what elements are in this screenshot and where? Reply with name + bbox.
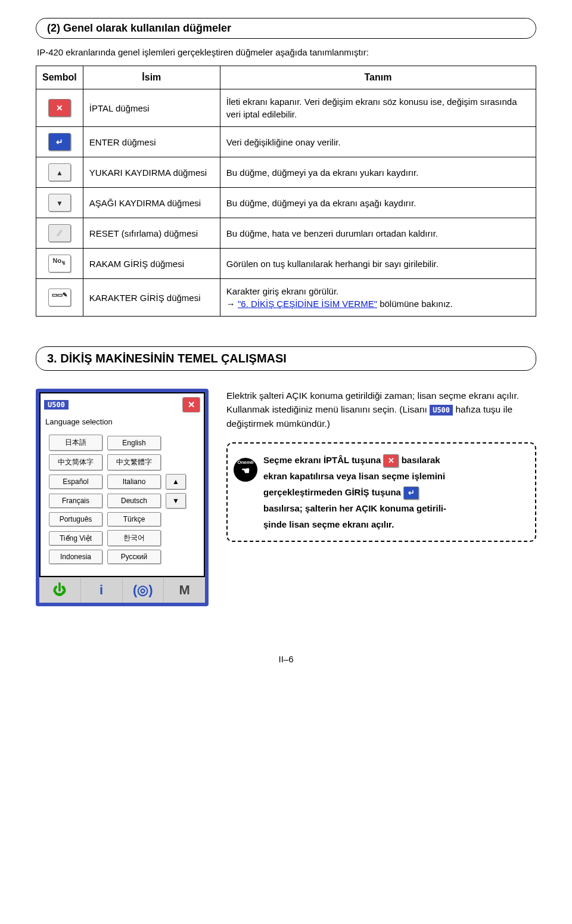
row-name: RAKAM GİRİŞ düğmesi [83, 249, 220, 279]
scroll-down-icon[interactable]: ▼ [166, 493, 186, 508]
row-name: AŞAĞI KAYDIRMA düğmesi [83, 188, 220, 218]
scroll-up-icon[interactable]: ▲ [166, 474, 186, 489]
lang-button[interactable]: Tiếng Việt [49, 531, 102, 545]
lang-button[interactable]: Русский [107, 550, 161, 564]
section-2-intro: IP-420 ekranlarında genel işlemleri gerç… [37, 47, 536, 57]
scroll-up-icon [48, 163, 71, 181]
row-desc: İleti ekranı kapanır. Veri değişim ekran… [220, 89, 536, 127]
important-note: Önemli ☚ Seçme ekranı İPTÂL tuşuna ✕ bas… [226, 442, 536, 542]
lang-button[interactable]: 한국어 [107, 530, 161, 546]
row-desc: Görülen on tuş kullanılarak herhangi bir… [220, 249, 536, 279]
row-desc: Bu düğme, düğmeyi ya da ekranı aşağı kay… [220, 188, 536, 218]
link-section-6[interactable]: "6. DİKİŞ ÇEŞİDİNE İSİM VERME" [238, 299, 377, 309]
lang-button[interactable]: Deutsch [107, 494, 161, 508]
mode-icon[interactable]: M [164, 578, 205, 603]
table-row: ▭▭✎ KARAKTER GİRİŞ düğmesi Karakter giri… [36, 279, 536, 317]
lang-button[interactable]: Italiano [107, 475, 161, 489]
language-selection-label: Language selection [41, 414, 204, 435]
lang-button[interactable]: 中文简体字 [49, 454, 102, 470]
row-name: YUKARI KAYDIRMA düğmesi [83, 157, 220, 188]
row-desc: Bu düğme, hata ve benzeri durumları orta… [220, 218, 536, 249]
lang-button[interactable]: Indonesia [49, 550, 102, 564]
lang-button[interactable]: 中文繁體字 [107, 454, 161, 470]
lang-button[interactable]: Español [49, 475, 102, 489]
character-input-icon: ▭▭✎ [48, 289, 71, 306]
cancel-icon: ✕ [383, 454, 399, 467]
row-name: İPTAL düğmesi [83, 89, 220, 127]
row-desc: Bu düğme, düğmeyi ya da ekranı yukarı ka… [220, 157, 536, 188]
power-icon[interactable]: ⏻ [39, 578, 81, 603]
row-desc: Veri değişikliğine onay verilir. [220, 127, 536, 157]
comm-icon[interactable]: (◎) [123, 578, 164, 603]
number-input-icon: No↯ [48, 255, 71, 272]
row-name: ENTER düğmesi [83, 127, 220, 157]
section-3-paragraph: Elektrik şalteri AÇIK konuma getirildiği… [226, 389, 536, 430]
lang-button[interactable]: Português [49, 512, 102, 526]
table-row: AŞAĞI KAYDIRMA düğmesi Bu düğme, düğmeyi… [36, 188, 536, 218]
row-desc: Karakter giriş ekranı görülür. → "6. DİK… [220, 279, 536, 317]
table-row: YUKARI KAYDIRMA düğmesi Bu düğme, düğmey… [36, 157, 536, 188]
table-row: ↵ ENTER düğmesi Veri değişikliğine onay … [36, 127, 536, 157]
row-name: RESET (sıfırlama) düğmesi [83, 218, 220, 249]
enter-icon: ↵ [403, 486, 419, 500]
col-symbol: Sembol [36, 66, 83, 89]
page-number: II–6 [36, 654, 536, 664]
table-row: ⁄⁄ RESET (sıfırlama) düğmesi Bu düğme, h… [36, 218, 536, 249]
important-badge-icon: Önemli ☚ [234, 458, 257, 482]
enter-icon: ↵ [48, 133, 71, 151]
lang-button[interactable]: Français [49, 494, 102, 508]
u500-inline-badge: U500 [430, 405, 453, 416]
col-name: İsim [83, 66, 220, 89]
lang-button[interactable]: 日本語 [49, 435, 102, 451]
cancel-icon: ✕ [48, 99, 71, 117]
close-icon[interactable]: ✕ [182, 397, 200, 413]
section-3-title: 3. DİKİŞ MAKİNESİNİN TEMEL ÇALIŞMASI [36, 346, 536, 371]
buttons-table: Sembol İsim Tanım ✕ İPTAL düğmesi İleti … [36, 66, 536, 317]
lang-button[interactable]: English [107, 436, 161, 450]
scroll-down-icon [48, 194, 71, 212]
table-row: No↯ RAKAM GİRİŞ düğmesi Görülen on tuş k… [36, 249, 536, 279]
section-2-title: (2) Genel olarak kullanılan düğmeler [36, 18, 536, 39]
col-desc: Tanım [220, 66, 536, 89]
u500-badge: U500 [44, 400, 69, 410]
language-selection-screenshot: U500 ✕ Language selection 日本語 English 中文… [36, 389, 209, 606]
table-row: ✕ İPTAL düğmesi İleti ekranı kapanır. Ve… [36, 89, 536, 127]
reset-icon: ⁄⁄ [48, 224, 71, 242]
row-name: KARAKTER GİRİŞ düğmesi [83, 279, 220, 317]
info-icon[interactable]: i [81, 578, 123, 603]
lang-button[interactable]: Türkçe [107, 512, 161, 526]
